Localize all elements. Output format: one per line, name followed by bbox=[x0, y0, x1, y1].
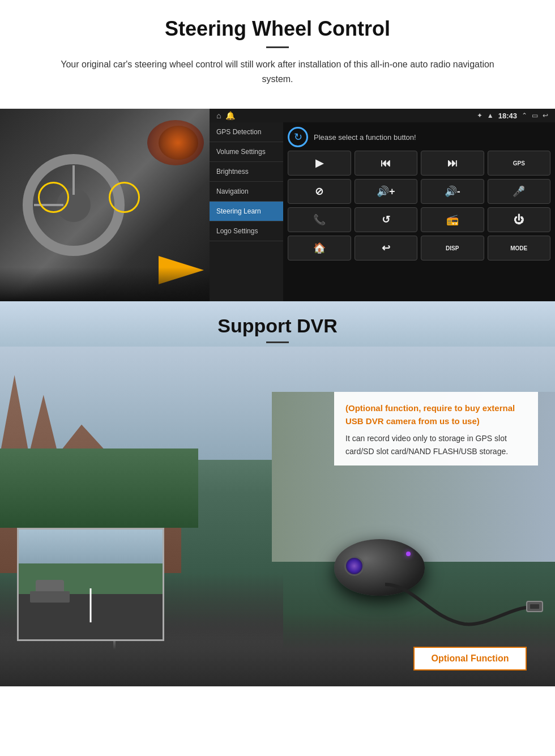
optional-function-badge: Optional Function bbox=[413, 647, 527, 670]
bluetooth-icon: ✦ bbox=[477, 112, 483, 119]
hu-prompt: Please select a function button! bbox=[314, 133, 416, 142]
svg-rect-1 bbox=[530, 604, 539, 609]
btn-vol-down[interactable]: 🔊- bbox=[421, 179, 484, 204]
btn-vol-up[interactable]: 🔊+ bbox=[355, 179, 418, 204]
hu-buttons-area: ↻ Please select a function button! ▶ ⏮ ⏭… bbox=[283, 122, 555, 301]
steering-section: Steering Wheel Control Your original car… bbox=[0, 0, 555, 109]
menu-item-steering-learn[interactable]: Steering Learn bbox=[210, 202, 283, 221]
dvr-info-box: (Optional function, require to buy exter… bbox=[334, 392, 538, 465]
wifi-icon: ▲ bbox=[487, 112, 494, 119]
head-unit-ui: ⌂ 🔔 ✦ ▲ 18:43 ⌃ ▭ ↩ GPS Detection Volume… bbox=[210, 109, 555, 301]
dvr-trees bbox=[0, 449, 198, 528]
btn-call[interactable]: 📞 bbox=[288, 207, 351, 232]
dvr-camera-led bbox=[406, 552, 411, 556]
home-icon: ⌂ bbox=[216, 111, 221, 120]
btn-disp[interactable]: DISP bbox=[421, 236, 484, 260]
dvr-cable-svg bbox=[385, 573, 544, 641]
left-button-cluster bbox=[38, 182, 69, 213]
hu-menu: GPS Detection Volume Settings Brightness… bbox=[210, 122, 283, 301]
sync-icon: ↻ bbox=[288, 127, 308, 147]
btn-return[interactable]: ↩ bbox=[355, 236, 418, 260]
dvr-description: It can record video only to storage in G… bbox=[345, 432, 527, 458]
btn-mute[interactable]: ⊘ bbox=[288, 179, 351, 204]
dvr-product-image bbox=[311, 494, 549, 664]
menu-item-navigation[interactable]: Navigation bbox=[210, 182, 283, 202]
dvr-title-area: Support DVR bbox=[0, 301, 555, 350]
dvr-thumb-road-line bbox=[90, 588, 92, 622]
dvr-title: Support DVR bbox=[0, 315, 555, 337]
btn-next[interactable]: ⏭ bbox=[421, 151, 484, 176]
btn-back-spin[interactable]: ↺ bbox=[355, 207, 418, 232]
window-icon: ▭ bbox=[532, 112, 538, 119]
status-time: 18:43 bbox=[498, 112, 517, 120]
menu-item-logo-settings[interactable]: Logo Settings bbox=[210, 221, 283, 241]
steering-wheel-photo bbox=[0, 109, 210, 301]
btn-power[interactable]: ⏻ bbox=[488, 207, 551, 232]
steering-description: Your original car's steering wheel contr… bbox=[45, 57, 510, 86]
steering-divider bbox=[266, 46, 289, 48]
btn-home[interactable]: 🏠 bbox=[288, 236, 351, 260]
btn-gps[interactable]: GPS bbox=[488, 151, 551, 176]
hu-button-grid: ▶ ⏮ ⏭ GPS ⊘ 🔊+ 🔊- 🎤 📞 ↺ 📻 ⏻ 🏠 ↩ DISP MOD… bbox=[288, 151, 550, 260]
btn-mic[interactable]: 🎤 bbox=[488, 179, 551, 204]
dvr-footage-thumbnail bbox=[17, 528, 164, 641]
steering-image-container: ⌂ 🔔 ✦ ▲ 18:43 ⌃ ▭ ↩ GPS Detection Volume… bbox=[0, 109, 555, 301]
dvr-title-divider bbox=[266, 341, 289, 343]
menu-item-gps-detection[interactable]: GPS Detection bbox=[210, 122, 283, 142]
btn-mode[interactable]: MODE bbox=[488, 236, 551, 260]
dvr-section: Support DVR (Optional function, require … bbox=[0, 301, 555, 686]
steering-wheel-ring bbox=[23, 154, 125, 256]
hu-content: GPS Detection Volume Settings Brightness… bbox=[210, 122, 555, 301]
right-button-cluster bbox=[109, 182, 140, 213]
expand-icon: ⌃ bbox=[522, 112, 527, 119]
btn-play[interactable]: ▶ bbox=[288, 151, 351, 176]
menu-item-volume[interactable]: Volume Settings bbox=[210, 142, 283, 162]
dvr-camera-lens bbox=[344, 556, 364, 576]
hu-status-bar: ⌂ 🔔 ✦ ▲ 18:43 ⌃ ▭ ↩ bbox=[210, 109, 555, 122]
btn-prev[interactable]: ⏮ bbox=[355, 151, 418, 176]
notification-icon: 🔔 bbox=[225, 111, 235, 120]
steering-title: Steering Wheel Control bbox=[23, 17, 532, 41]
btn-radio[interactable]: 📻 bbox=[421, 207, 484, 232]
dvr-optional-text: (Optional function, require to buy exter… bbox=[345, 402, 527, 428]
back-nav-icon: ↩ bbox=[543, 112, 548, 119]
optional-function-label: Optional Function bbox=[432, 654, 509, 663]
menu-item-brightness[interactable]: Brightness bbox=[210, 162, 283, 182]
